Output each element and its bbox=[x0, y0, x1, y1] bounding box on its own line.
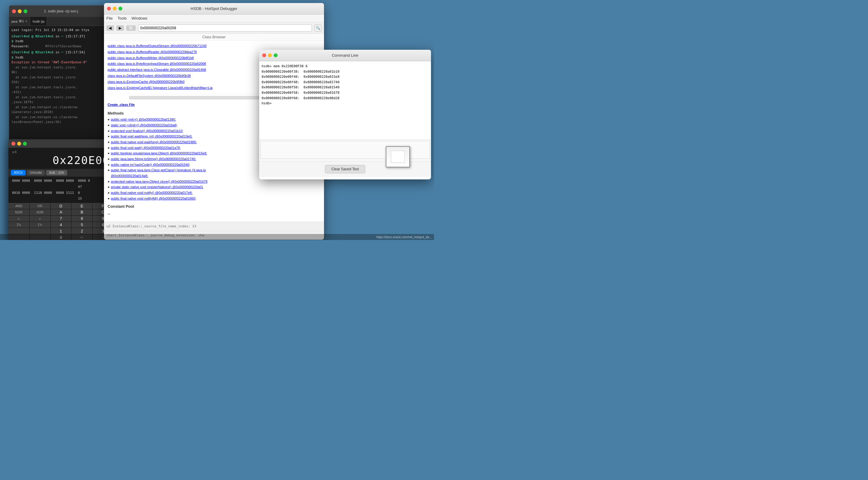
calc-close-icon[interactable] bbox=[11, 142, 16, 146]
toolbar-stop[interactable]: ⬜ bbox=[126, 25, 135, 31]
terminal-stack-3: at sun.jvm.hotspot.tools.jcore. bbox=[11, 75, 111, 80]
terminal-stack-2: 06) bbox=[11, 70, 111, 75]
terminal-password: Password: MTthriftServerDemo bbox=[11, 44, 111, 49]
calc-binary-row2: 47 bbox=[12, 184, 82, 190]
terminal-prompt-1: n3verl4nd @ N3ver14nd in ~ [15:17:37] bbox=[11, 34, 111, 39]
toolbar-back[interactable]: ◀ bbox=[106, 25, 114, 31]
calc-maximize-icon[interactable] bbox=[23, 142, 27, 146]
cmd-maximize-icon[interactable] bbox=[274, 53, 278, 57]
calc-btn-AND[interactable]: AND bbox=[8, 203, 29, 209]
cmd-line-5: 0x0000000220e00f58: 0x0000000220a01678 bbox=[261, 90, 429, 96]
calc-btn-»[interactable]: » bbox=[30, 216, 50, 221]
tab-java[interactable]: java ⌘1 ✕ bbox=[9, 17, 30, 26]
calc-btn-2's[interactable]: 2's bbox=[8, 222, 29, 228]
calc-display: a8 0x220E00 bbox=[8, 148, 113, 169]
hsdb-titlebar: HSDB - HotSpot Debugger bbox=[104, 3, 324, 14]
calc-btn-OR[interactable]: OR bbox=[30, 203, 50, 209]
tab-java-shortcut: ⌘1 bbox=[19, 19, 24, 23]
calc-binary-row1: 0000 0000 0000 0000 0000 0000 0000 0 bbox=[12, 178, 90, 184]
menu-windows[interactable]: Windows bbox=[131, 16, 147, 21]
constant-pool-title: Constant Pool bbox=[107, 204, 320, 209]
calc-btn-7[interactable]: 7 bbox=[51, 216, 71, 221]
cmd-content: hsdb> mem 0x220E00F38 6 0x0000000220e00f… bbox=[259, 61, 431, 139]
terminal-stack-4: 550) bbox=[11, 80, 111, 85]
method-10: ● protected native java.lang.Object clon… bbox=[107, 179, 320, 184]
terminal-title: 1. sudo java -cp sun.j bbox=[44, 9, 78, 13]
calc-btn-XOR[interactable]: XOR bbox=[30, 209, 50, 215]
calc-window: a8 0x220E00 ASCII Unicode 隐藏二进制 0000 000… bbox=[8, 139, 113, 240]
terminal-stack-7: at sun.jvm.hotspot.tools.jcore. bbox=[11, 95, 111, 100]
hsdb-footer: u2 InstanceKlass::_source_file_name_inde… bbox=[104, 221, 324, 231]
calc-btn-B[interactable]: B bbox=[71, 209, 92, 215]
cmd-line-4: 0x0000000220e00f50: 0x0000000220a01540 bbox=[261, 85, 429, 90]
tab-hsdb-label: hsdb (ja bbox=[33, 20, 44, 23]
minimize-icon[interactable] bbox=[18, 9, 22, 13]
method-11: ● private static native void registerNat… bbox=[107, 184, 320, 190]
calc-btn-21 bbox=[30, 228, 50, 234]
calc-display-value: 0x220E00 bbox=[12, 154, 110, 167]
terminal-line: Last login: Fri Jul 13 15:15:04 on ttys bbox=[11, 28, 111, 33]
hsdb-subtitle: Class Browser bbox=[104, 34, 324, 41]
calc-tab-binary[interactable]: 隐藏二进制 bbox=[46, 170, 67, 176]
toolbar-forward[interactable]: ▶ bbox=[116, 25, 124, 31]
calc-tab-ascii[interactable]: ASCII bbox=[11, 170, 26, 176]
search-icon[interactable]: 🔍 bbox=[314, 24, 321, 32]
cmd-line-2: 0x0000000220e00f40: 0x0000000220a015e8 bbox=[261, 74, 429, 80]
terminal-cmd-1: $ hsdb bbox=[11, 39, 111, 44]
calc-btn-4[interactable]: 4 bbox=[51, 222, 71, 228]
maximize-icon[interactable] bbox=[24, 9, 27, 13]
calc-binary-row3: 0010 0000 1110 0000 0000 1111 0 bbox=[12, 190, 80, 196]
tab-hsdb[interactable]: hsdb (ja bbox=[30, 17, 47, 26]
calc-titlebar bbox=[8, 139, 113, 148]
terminal-prompt-2: n3verl4nd @ N3ver14nd in ~ [15:17:54] bbox=[11, 50, 111, 55]
method-13: ● public final native void notifyAll() @… bbox=[107, 196, 320, 202]
tab-java-close[interactable]: ✕ bbox=[25, 20, 27, 23]
terminal-stack-6: :431) bbox=[11, 90, 111, 95]
calc-binary-display: 0000 0000 0000 0000 0000 0000 0000 0 63 … bbox=[8, 177, 113, 203]
calc-minimize-icon[interactable] bbox=[17, 142, 21, 146]
calc-btn-5[interactable]: 5 bbox=[71, 222, 92, 228]
window-thumbnail bbox=[386, 146, 410, 167]
status-url: https://docs.oracle.com/net_hotspot_da..… bbox=[376, 236, 432, 239]
close-icon[interactable] bbox=[12, 9, 16, 13]
tab-java-label: java bbox=[11, 20, 18, 23]
cmd-line-3: 0x0000000220e00f48: 0x0000000220a01740 bbox=[261, 80, 429, 85]
menu-tools[interactable]: Tools bbox=[118, 16, 127, 21]
calc-btn-E[interactable]: E bbox=[71, 203, 92, 209]
terminal-stack-12: lassBrowserPanel.java:56) bbox=[11, 120, 111, 125]
calc-btn-2[interactable]: 2 bbox=[71, 228, 92, 234]
cmd-close-icon[interactable] bbox=[262, 53, 266, 57]
cmd-title: Command Line bbox=[332, 53, 358, 58]
calc-btn-1's[interactable]: 1's bbox=[30, 222, 50, 228]
terminal-stack-8: .java:1879) bbox=[11, 100, 111, 105]
terminal-titlebar: 1. sudo java -cp sun.j bbox=[9, 5, 113, 17]
hsdb-minimize-icon[interactable] bbox=[113, 7, 117, 10]
menu-file[interactable]: File bbox=[106, 16, 113, 21]
terminal-tab-bar: java ⌘1 ✕ hsdb (ja bbox=[9, 17, 113, 26]
cmd-titlebar: Command Line bbox=[259, 50, 431, 61]
terminal-stack-5: at sun.jvm.hotspot.tools.jcore. bbox=[11, 85, 111, 90]
hsdb-maximize-icon[interactable] bbox=[119, 7, 122, 10]
calc-binary-row4: 15 bbox=[12, 196, 82, 202]
class-browser-search[interactable] bbox=[138, 24, 312, 32]
clear-saved-text-button[interactable]: Clear Saved Text bbox=[325, 165, 365, 173]
calc-ascii-label: a8 bbox=[12, 150, 110, 154]
calc-btn-«[interactable]: « bbox=[8, 216, 29, 221]
calc-btn-20 bbox=[8, 228, 29, 234]
terminal-stack-11: at sun.jvm.hotspot.ui.classbrow bbox=[11, 115, 111, 120]
footer-text: u2 InstanceKlass::_source_file_name_inde… bbox=[106, 224, 196, 228]
terminal-stack-10: LGenerator.java:2018) bbox=[11, 110, 111, 115]
hsdb-close-icon[interactable] bbox=[107, 7, 111, 10]
calc-btn-D[interactable]: D bbox=[51, 203, 71, 209]
calc-btn-1[interactable]: 1 bbox=[51, 228, 71, 234]
cmd-minimize-icon[interactable] bbox=[268, 53, 272, 57]
constant-pool-link[interactable]: ... bbox=[107, 210, 320, 216]
cmd-line-1: 0x0000000220e00f38: 0x0000000220a01b10 bbox=[261, 69, 429, 74]
calc-tab-unicode[interactable]: Unicode bbox=[27, 170, 45, 176]
calc-btn-NOR[interactable]: NOR bbox=[8, 209, 29, 215]
calc-btn-8[interactable]: 8 bbox=[71, 216, 92, 221]
class-link-0[interactable]: public class java.io.BufferedOutputStrea… bbox=[107, 43, 320, 49]
method-12: ● public final native void notify() @0x0… bbox=[107, 190, 320, 196]
calc-btn-A[interactable]: A bbox=[51, 209, 71, 215]
terminal-error: Exception in thread "AWT-EventQueue-0" bbox=[11, 60, 111, 65]
